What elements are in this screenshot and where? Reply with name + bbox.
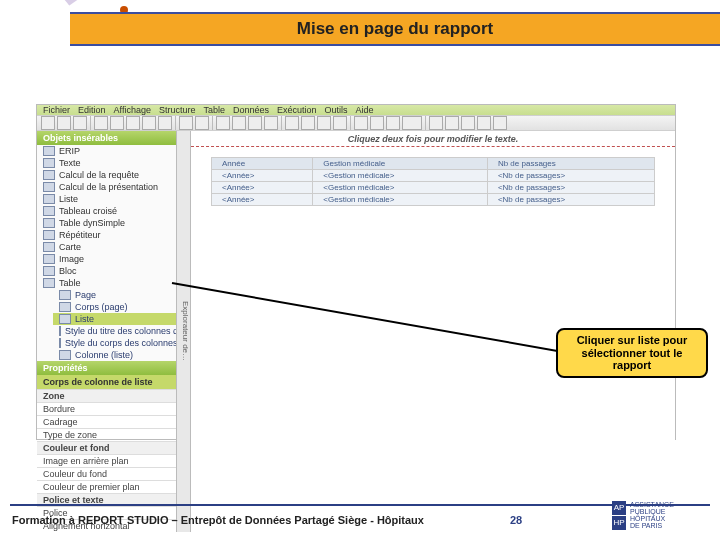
slide-footer: Formation à REPORT STUDIO – Entrepôt de … — [0, 514, 720, 526]
separator — [281, 116, 282, 130]
menu-item[interactable]: Table — [203, 105, 225, 115]
style-icon — [59, 338, 61, 348]
table-cell[interactable]: <Nb de passages> — [487, 170, 654, 182]
preview-icon[interactable] — [195, 116, 209, 130]
menu-item[interactable]: Aide — [356, 105, 374, 115]
table-icon[interactable] — [216, 116, 230, 130]
prop-category: Zone — [37, 390, 176, 402]
tree-item[interactable]: Colonne (liste) — [53, 349, 176, 361]
table-cell[interactable]: <Année> — [212, 170, 313, 182]
group-icon[interactable] — [285, 116, 299, 130]
tree-item[interactable]: Image — [37, 253, 176, 265]
zoom-icon[interactable] — [477, 116, 491, 130]
tree-item[interactable]: Corps (page) — [53, 301, 176, 313]
image-icon — [43, 254, 55, 264]
page-number: 28 — [510, 514, 522, 526]
run-icon[interactable] — [179, 116, 193, 130]
tree-item[interactable]: Style du titre des colonnes de la liste — [53, 325, 176, 337]
vertical-tab[interactable]: Explorateur de… — [177, 131, 191, 532]
crosstab-icon — [43, 206, 55, 216]
tree-item[interactable]: Table dynSimple — [37, 217, 176, 229]
border-icon[interactable] — [445, 116, 459, 130]
color-icon[interactable] — [429, 116, 443, 130]
sum-icon[interactable] — [301, 116, 315, 130]
prop-row[interactable]: Couleur du fond — [37, 468, 176, 480]
lock-icon[interactable] — [461, 116, 475, 130]
tree-label: Corps (page) — [75, 302, 128, 312]
tree-label: Image — [59, 254, 84, 264]
chart-icon[interactable] — [232, 116, 246, 130]
tree-label: Carte — [59, 242, 81, 252]
tree-label: Style du titre des colonnes de la liste — [65, 326, 176, 336]
list-icon — [59, 314, 71, 324]
redo-icon[interactable] — [158, 116, 172, 130]
tree-label: Calcul de la présentation — [59, 182, 158, 192]
tree-label: Bloc — [59, 266, 77, 276]
prop-row[interactable]: Type de zone — [37, 429, 176, 441]
cut-icon[interactable] — [94, 116, 108, 130]
open-icon[interactable] — [57, 116, 71, 130]
filter-icon[interactable] — [248, 116, 262, 130]
tree-label: Répétiteur — [59, 230, 101, 240]
tree-item[interactable]: Liste — [37, 193, 176, 205]
tree-item[interactable]: Table — [37, 277, 176, 289]
table-cell[interactable]: <Année> — [212, 182, 313, 194]
tree-item[interactable]: Texte — [37, 157, 176, 169]
panel-header-objects: Objets insérables — [37, 131, 176, 145]
tree-item[interactable]: ERIP — [37, 145, 176, 157]
report-list[interactable]: Année Gestion médicale Nb de passages <A… — [211, 157, 655, 206]
tree-item[interactable]: Répétiteur — [37, 229, 176, 241]
menu-item[interactable]: Données — [233, 105, 269, 115]
prop-row[interactable]: Image en arrière plan — [37, 455, 176, 467]
tree-item-liste[interactable]: Liste — [53, 313, 176, 325]
menu-item[interactable]: Structure — [159, 105, 196, 115]
underline-icon[interactable] — [386, 116, 400, 130]
menu-item[interactable]: Exécution — [277, 105, 317, 115]
new-icon[interactable] — [41, 116, 55, 130]
logo-icon: AP — [612, 501, 626, 515]
tree-label: Table dynSimple — [59, 218, 125, 228]
table-cell[interactable]: <Gestion médicale> — [313, 194, 488, 206]
bold-icon[interactable] — [354, 116, 368, 130]
save-icon[interactable] — [73, 116, 87, 130]
undo-icon[interactable] — [142, 116, 156, 130]
prop-row[interactable]: Cadrage — [37, 416, 176, 428]
sort-icon[interactable] — [264, 116, 278, 130]
tree-item[interactable]: Bloc — [37, 265, 176, 277]
panel-subheader-props: Corps de colonne de liste — [37, 375, 176, 389]
tree-label: Liste — [59, 194, 78, 204]
copy-icon[interactable] — [110, 116, 124, 130]
tree-item[interactable]: Calcul de la requête — [37, 169, 176, 181]
properties-panel: Zone Bordure Cadrage Type de zone Couleu… — [37, 389, 176, 532]
menu-item[interactable]: Affichage — [114, 105, 151, 115]
menu-item[interactable]: Outils — [325, 105, 348, 115]
canvas-hint[interactable]: Cliquez deux fois pour modifier le texte… — [191, 131, 675, 147]
menu-item[interactable]: Edition — [78, 105, 106, 115]
menu-item[interactable]: Fichier — [43, 105, 70, 115]
font-icon[interactable] — [402, 116, 422, 130]
align-icon[interactable] — [333, 116, 347, 130]
table-cell[interactable]: <Année> — [212, 194, 313, 206]
paste-icon[interactable] — [126, 116, 140, 130]
tree-item[interactable]: Tableau croisé — [37, 205, 176, 217]
col-header[interactable]: Gestion médicale — [313, 158, 488, 170]
italic-icon[interactable] — [370, 116, 384, 130]
tree-label: Page — [75, 290, 96, 300]
col-header[interactable]: Nb de passages — [487, 158, 654, 170]
prop-row[interactable]: Couleur de premier plan — [37, 481, 176, 493]
separator — [425, 116, 426, 130]
prop-row[interactable]: Bordure — [37, 403, 176, 415]
tree-item[interactable]: Style du corps des colonnes de la liste — [53, 337, 176, 349]
tree-item[interactable]: Page — [53, 289, 176, 301]
table-cell[interactable]: <Gestion médicale> — [313, 182, 488, 194]
table-cell[interactable]: <Nb de passages> — [487, 194, 654, 206]
tree-item[interactable]: Calcul de la présentation — [37, 181, 176, 193]
tree-item[interactable]: Carte — [37, 241, 176, 253]
help-icon[interactable] — [493, 116, 507, 130]
table-cell[interactable]: <Nb de passages> — [487, 182, 654, 194]
menubar[interactable]: Fichier Edition Affichage Structure Tabl… — [37, 105, 675, 115]
col-header[interactable]: Année — [212, 158, 313, 170]
table-cell[interactable]: <Gestion médicale> — [313, 170, 488, 182]
format-icon[interactable] — [317, 116, 331, 130]
separator — [212, 116, 213, 130]
